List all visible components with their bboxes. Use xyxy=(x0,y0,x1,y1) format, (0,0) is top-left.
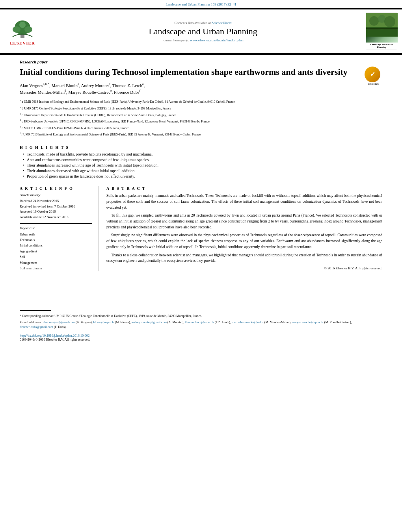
cover-caption: Landscape and Urban Planning xyxy=(366,43,397,50)
keyword-5: Soil xyxy=(20,254,92,260)
footnote-divider xyxy=(20,310,51,311)
keywords-section: Keywords: Urban soils Technosols Initial… xyxy=(20,226,92,271)
abstract-para-2: To fill this gap, we sampled earthworms … xyxy=(106,213,382,230)
affil-super-d: a xyxy=(142,82,144,86)
journal-cover-image xyxy=(366,13,398,43)
affil-a: a a UMR 7618 Institute of Ecology and En… xyxy=(20,98,382,104)
email-footnote: E-mail addresses: alan.vergnes@gmail.com… xyxy=(20,320,382,330)
affil-b: b b UMR 5175 Centre d'Ecologie Fonctionn… xyxy=(20,105,382,111)
abstract-para-1: Soils in urban parks are mainly manmade … xyxy=(106,193,382,210)
doi-section: http://dx.doi.org/10.1016/j.landurbplan.… xyxy=(0,334,402,345)
affil-super-e: d xyxy=(65,89,66,93)
email-blouin[interactable]: blouin@u-pec.fr xyxy=(93,321,114,324)
email-rouelle[interactable]: maryse.rouelle@upmc.fr xyxy=(292,321,324,324)
elsevier-logo: ELSEVIER xyxy=(5,18,40,45)
highlights-list: Technosols, made of backfills, provide h… xyxy=(20,152,382,178)
email-dubs[interactable]: florence.dubs@gmail.com xyxy=(20,325,53,329)
crossmark-icon: ✓ xyxy=(365,67,380,82)
affil-super-f: e xyxy=(110,89,112,93)
article-info-section: A R T I C L E I N F O Article history: R… xyxy=(20,186,99,271)
keyword-7: Soil macrofauna xyxy=(20,265,92,271)
two-col-section: A R T I C L E I N F O Article history: R… xyxy=(20,186,382,271)
email-lerch[interactable]: thomas.lerch@u-pec.fr xyxy=(185,321,214,324)
crossmark-label: CrossMark xyxy=(365,83,382,86)
page: Landscape and Urban Planning 159 (2017) … xyxy=(0,0,402,532)
svg-point-4 xyxy=(19,22,26,28)
affiliations-block: a a UMR 7618 Institute of Ecology and En… xyxy=(20,98,382,137)
contents-line: Contents lists available at ScienceDirec… xyxy=(44,21,362,25)
received-revised-date: Received in revised form 7 October 2016 xyxy=(20,204,92,209)
highlight-item-3: Their abundances increased with the age … xyxy=(23,163,382,167)
highlights-title: H I G H L I G H T S xyxy=(20,145,382,150)
svg-point-9 xyxy=(384,16,395,27)
affil-super-g: f xyxy=(140,89,141,93)
available-date: Available online 22 November 2016 xyxy=(20,215,92,220)
footer-section: * Corresponding author at: UMR 5175 Cent… xyxy=(0,307,402,330)
email-muratet[interactable]: audrey.muratet@gmail.com xyxy=(132,321,167,324)
article-info-title: A R T I C L E I N F O xyxy=(20,186,92,191)
rule-after-highlights xyxy=(20,183,382,183)
affil-f: f f UMR 7618 Institute of Ecology and En… xyxy=(20,131,382,137)
affil-c: c c Observatoire Départemental de la Bio… xyxy=(20,112,382,118)
svg-point-7 xyxy=(369,16,379,26)
affil-super-a: a,b, xyxy=(43,82,48,86)
copyright-line: © 2016 Elsevier B.V. All rights reserved… xyxy=(106,266,382,270)
highlight-item-5: Proportion of green spaces in the landsc… xyxy=(23,174,382,178)
authors-line: Alan Vergnesa,b,*, Manuel Blouina, Audre… xyxy=(20,82,382,95)
keywords-subtitle: Keywords: xyxy=(20,226,92,230)
info-dates: Received 24 November 2015 Received in re… xyxy=(20,198,92,220)
keyword-1: Urban soils xyxy=(20,232,92,237)
received-date: Received 24 November 2015 xyxy=(20,198,92,204)
journal-citation-link[interactable]: Landscape and Urban Planning 159 (2017) … xyxy=(166,2,236,6)
abstract-text: Soils in urban parks are mainly manmade … xyxy=(106,193,382,264)
keyword-2: Technosols xyxy=(20,237,92,243)
elsevier-tree-icon xyxy=(9,18,36,39)
doi-link[interactable]: http://dx.doi.org/10.1016/j.landurbplan.… xyxy=(20,334,382,337)
sciencedirect-link[interactable]: ScienceDirect xyxy=(212,21,231,25)
article-type: Research paper xyxy=(20,59,382,64)
keyword-4: Age gradient xyxy=(20,248,92,254)
accepted-date: Accepted 18 October 2016 xyxy=(20,209,92,215)
svg-point-3 xyxy=(24,26,32,33)
affil-star: * xyxy=(48,82,50,86)
email-vergnes[interactable]: alan.vergnes@gmail.com xyxy=(43,321,75,324)
journal-title-center: Contents lists available at ScienceDirec… xyxy=(44,21,362,42)
homepage-link[interactable]: www.elsevier.com/locate/landurbplan xyxy=(190,38,244,42)
highlight-item-2: Ants and earthworms communities were com… xyxy=(23,158,382,162)
cover-illustration xyxy=(366,13,398,37)
journal-citation-bar: Landscape and Urban Planning 159 (2017) … xyxy=(0,0,402,8)
main-content: Research paper Initial conditions during… xyxy=(0,55,402,271)
issn-line: 0169-2046/© 2016 Elsevier B.V. All right… xyxy=(20,337,382,341)
crossmark-badge[interactable]: ✓ CrossMark xyxy=(365,67,382,84)
svg-point-2 xyxy=(13,26,20,33)
history-subtitle: Article history: xyxy=(20,193,92,197)
article-title: Initial conditions during Technosol impl… xyxy=(20,67,382,78)
keywords-list: Urban soils Technosols Initial condition… xyxy=(20,232,92,271)
journal-header: ELSEVIER Contents lists available at Sci… xyxy=(0,9,402,54)
affil-super-c: c xyxy=(109,82,110,86)
affil-super-b: a xyxy=(78,82,79,86)
abstract-para-3: Surprisingly, no significant differences… xyxy=(106,232,382,250)
abstract-title: A B S T R A C T xyxy=(106,186,382,191)
affil-e: e e METIS UMR 7618 IEES-Paris UPMC-Paris… xyxy=(20,125,382,131)
journal-name: Landscape and Urban Planning xyxy=(44,26,362,37)
corresponding-author-note: * Corresponding author at: UMR 5175 Cent… xyxy=(20,314,382,319)
abstract-section: A B S T R A C T Soils in urban parks are… xyxy=(106,186,382,271)
homepage-line: journal homepage: www.elsevier.com/locat… xyxy=(44,38,362,42)
highlight-item-1: Technosols, made of backfills, provide h… xyxy=(23,152,382,156)
email-mendez[interactable]: mercedes.mendez@ird.fr xyxy=(232,321,264,324)
keyword-6: Management xyxy=(20,260,92,265)
affil-d: d d IRD-Sorbonne Universités (UPMC, CNRS… xyxy=(20,118,382,124)
elsevier-text: ELSEVIER xyxy=(10,41,35,45)
rule-in-article-info xyxy=(20,223,92,224)
abstract-para-4: Thanks to a close collaboration between … xyxy=(106,252,382,264)
highlights-section: H I G H L I G H T S Technosols, made of … xyxy=(20,142,382,183)
journal-cover: Landscape and Urban Planning xyxy=(366,13,397,50)
highlight-item-4: Their abundances decreased with age with… xyxy=(23,169,382,173)
keyword-3: Initial conditions xyxy=(20,243,92,248)
